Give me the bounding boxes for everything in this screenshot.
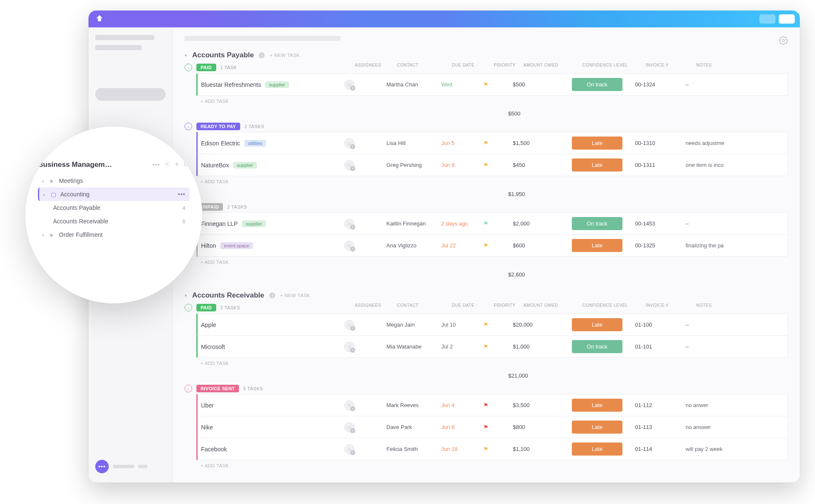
assignee-avatar[interactable]: ☺: [344, 241, 354, 251]
sidebar-item[interactable]: Accounts Receivable6: [38, 214, 190, 228]
caret-down-icon[interactable]: ▾: [185, 53, 187, 58]
sidebar-item[interactable]: ▸■Meetings: [38, 174, 190, 188]
assignee-avatar[interactable]: ☺: [344, 342, 354, 352]
app-logo: [94, 13, 105, 25]
due-date-cell: Jul 10: [441, 322, 483, 328]
column-header: CONFIDENCE LEVEL: [582, 63, 646, 67]
assignee-avatar[interactable]: ☺: [344, 400, 354, 410]
task-name: Nike: [201, 424, 213, 431]
svg-point-1: [166, 163, 168, 165]
task-row[interactable]: NatureBoxsupplier☺Greg PershingJun 8⚑$45…: [196, 154, 788, 176]
collapse-circle-icon[interactable]: ⌄: [185, 123, 192, 130]
task-row[interactable]: Bluestar Refreshmentssupplier☺Martha Cha…: [196, 73, 788, 96]
contact-cell: Dave Park: [386, 424, 441, 430]
gear-icon[interactable]: [164, 161, 170, 169]
sidebar-item[interactable]: ▸■Order Fulfillment: [38, 228, 190, 241]
task-row[interactable]: Uber☺Mark ReevesJun 4⚑$3,500Late01-112no…: [196, 394, 788, 416]
confidence-badge: Late: [572, 239, 622, 252]
sidebar-skel: [113, 465, 134, 468]
collapse-circle-icon[interactable]: ⌄: [185, 304, 192, 311]
priority-flag-icon[interactable]: ⚑: [483, 424, 513, 430]
priority-flag-icon[interactable]: ⚑: [483, 140, 513, 146]
notes-cell: finalizing the pa: [686, 242, 745, 249]
task-tag: event space: [220, 242, 253, 249]
add-task-button[interactable]: + ADD TASK: [196, 256, 788, 268]
info-icon[interactable]: i: [269, 292, 275, 298]
notes-cell: –: [686, 322, 745, 328]
confidence-badge: Late: [572, 318, 622, 331]
priority-flag-icon[interactable]: ⚑: [483, 81, 513, 88]
gear-icon[interactable]: [779, 36, 788, 47]
sidebar-skel: [138, 465, 147, 468]
amount-cell: $1,500: [513, 140, 572, 146]
sidebar-item[interactable]: ▸▢Accounting•••: [38, 188, 190, 201]
notes-cell: will pay 2 week: [686, 446, 745, 452]
plus-icon[interactable]: +: [174, 160, 179, 169]
invoice-cell: 00-1311: [635, 162, 686, 168]
column-header: PRIORITY: [494, 303, 523, 308]
assignee-avatar[interactable]: ☺: [344, 422, 354, 432]
more-icon[interactable]: •••: [178, 191, 185, 198]
task-count: 2 TASKS: [244, 124, 264, 129]
titlebar-button-a[interactable]: [759, 14, 775, 24]
priority-flag-icon[interactable]: ⚑: [483, 343, 513, 350]
sidebar-magnifier: Business Managem… ••• + ▸■Meetings▸▢Acco…: [25, 126, 202, 303]
status-pill[interactable]: PAID: [196, 304, 216, 311]
table-header: ASSIGNEESCONTACTDUE DATEPRIORITYAMOUNT O…: [196, 61, 788, 71]
sidebar-skel: [95, 45, 142, 50]
confidence-badge: On track: [572, 217, 622, 230]
column-header: CONFIDENCE LEVEL: [582, 303, 646, 308]
assignee-avatar[interactable]: ☺: [344, 160, 354, 170]
status-pill[interactable]: READY TO PAY: [196, 123, 240, 130]
titlebar-button-b[interactable]: [779, 14, 795, 24]
task-row[interactable]: Edison Electricutilities☺Lisa HillJun 5⚑…: [196, 132, 788, 154]
caret-down-icon[interactable]: ▾: [185, 293, 187, 298]
collapse-circle-icon[interactable]: ⌄: [185, 64, 192, 71]
info-icon[interactable]: i: [259, 52, 265, 58]
titlebar: [88, 11, 800, 27]
new-task-button[interactable]: + NEW TASK: [280, 293, 310, 298]
sidebar-item[interactable]: Accounts Payable4: [38, 201, 190, 214]
invoice-cell: 00-1310: [635, 140, 686, 146]
task-row[interactable]: Facebook☺Felicia SmithJun 18⚑$1,100Late0…: [196, 438, 788, 460]
priority-flag-icon[interactable]: ⚑: [483, 322, 513, 328]
status-pill[interactable]: INVOICE SENT: [196, 385, 239, 392]
column-header: INVOICE #: [646, 303, 696, 308]
priority-flag-icon[interactable]: ⚑: [483, 446, 513, 452]
add-task-button[interactable]: + ADD TASK: [196, 176, 788, 188]
task-row[interactable]: Hiltonevent space☺Ana ViglizzoJul 22⚑$60…: [196, 234, 788, 257]
assignee-avatar[interactable]: ☺: [344, 138, 354, 148]
assignee-avatar[interactable]: ☺: [344, 444, 354, 454]
table-header: ASSIGNEESCONTACTDUE DATEPRIORITYAMOUNT O…: [196, 301, 788, 311]
amount-cell: $1,100: [513, 446, 572, 452]
column-header: AMOUNT OWED: [523, 303, 582, 308]
priority-flag-icon[interactable]: ⚑: [483, 242, 513, 249]
task-row[interactable]: Microsoft☺Mia WatanabeJul 2⚑$1,000On tra…: [196, 335, 788, 358]
chat-icon[interactable]: •••: [95, 460, 109, 473]
collapse-circle-icon[interactable]: ⌄: [185, 385, 192, 392]
status-pill[interactable]: PAID: [196, 64, 216, 71]
assignee-avatar[interactable]: ☺: [344, 320, 354, 330]
assignee-avatar[interactable]: ☺: [344, 219, 354, 229]
add-task-button[interactable]: + ADD TASK: [196, 460, 788, 472]
add-task-button[interactable]: + ADD TASK: [196, 357, 788, 369]
task-row[interactable]: Nike☺Dave ParkJun 6⚑$800Late01-113no ans…: [196, 416, 788, 438]
priority-flag-icon[interactable]: ⚑: [483, 220, 513, 227]
more-icon[interactable]: •••: [153, 161, 160, 168]
folder-icon: ■: [50, 178, 56, 184]
subtotal-row: $2,600: [196, 268, 788, 281]
task-row[interactable]: Finnegan LLPsupplier☺Kaitlin Finnegan2 d…: [196, 212, 788, 235]
sidebar-search-skel[interactable]: [95, 88, 166, 101]
priority-flag-icon[interactable]: ⚑: [483, 402, 513, 408]
breadcrumb-skel: [185, 36, 340, 41]
new-task-button[interactable]: + NEW TASK: [270, 53, 300, 58]
priority-flag-icon[interactable]: ⚑: [483, 162, 513, 168]
contact-cell: Martha Chan: [386, 81, 441, 88]
assignee-avatar[interactable]: ☺: [344, 80, 354, 90]
add-task-button[interactable]: + ADD TASK: [196, 95, 788, 107]
task-name: Hilton: [201, 242, 216, 249]
amount-cell: $1,000: [513, 343, 572, 350]
task-row[interactable]: Apple☺Megan JainJul 10⚑$20,000Late01-100…: [196, 314, 788, 336]
due-date-cell: Jun 18: [441, 446, 483, 452]
due-date-cell: Jun 4: [441, 402, 483, 408]
